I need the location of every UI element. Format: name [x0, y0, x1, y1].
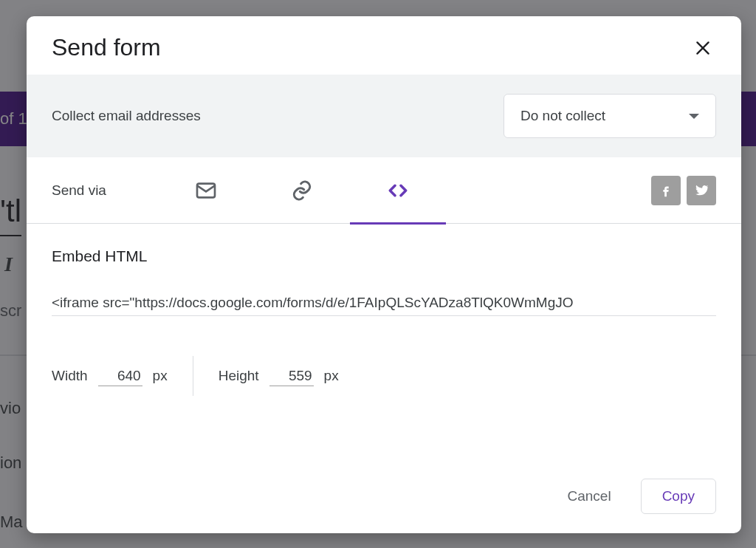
facebook-icon — [658, 182, 674, 199]
tab-embed[interactable] — [350, 157, 446, 224]
width-unit: px — [153, 368, 168, 384]
embed-section: Embed HTML Width px Height px — [27, 224, 741, 465]
collect-email-label: Collect email addresses — [52, 108, 201, 124]
width-label: Width — [52, 368, 88, 384]
height-input[interactable] — [269, 366, 314, 386]
height-label: Height — [219, 368, 259, 384]
dimensions-separator — [193, 356, 193, 396]
send-via-row: Send via — [27, 157, 741, 224]
embed-code-input[interactable] — [52, 290, 716, 316]
send-form-dialog: Send form Collect email addresses Do not… — [27, 16, 741, 533]
height-group: Height px — [219, 366, 339, 386]
send-via-label: Send via — [52, 182, 106, 199]
link-icon — [290, 179, 314, 202]
share-facebook-button[interactable] — [651, 176, 681, 205]
twitter-icon — [693, 182, 709, 199]
email-icon — [194, 179, 218, 202]
dialog-title: Send form — [52, 34, 161, 61]
close-button[interactable] — [690, 35, 716, 61]
tab-link[interactable] — [254, 157, 350, 224]
collect-email-row: Collect email addresses Do not collect — [27, 75, 741, 157]
height-unit: px — [324, 368, 339, 384]
collect-email-value: Do not collect — [520, 108, 605, 124]
width-group: Width px — [52, 366, 168, 386]
share-twitter-button[interactable] — [687, 176, 716, 205]
chevron-down-icon — [689, 114, 699, 119]
embed-html-title: Embed HTML — [52, 247, 716, 265]
cancel-button[interactable]: Cancel — [555, 481, 622, 512]
dialog-header: Send form — [27, 16, 741, 75]
width-input[interactable] — [98, 366, 142, 386]
copy-button[interactable]: Copy — [641, 479, 716, 514]
tab-email[interactable] — [158, 157, 254, 224]
dimensions-row: Width px Height px — [52, 356, 716, 396]
social-share-group — [651, 176, 716, 205]
embed-icon — [386, 179, 410, 202]
collect-email-dropdown[interactable]: Do not collect — [504, 94, 716, 138]
dialog-actions: Cancel Copy — [27, 465, 741, 533]
close-icon — [693, 38, 712, 58]
